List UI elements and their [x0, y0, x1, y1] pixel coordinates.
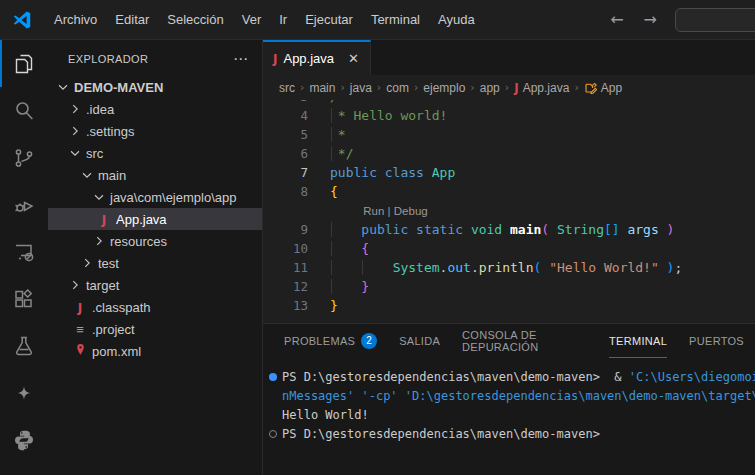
code-line-12: 12 }	[263, 277, 755, 296]
java-symbol-icon: J	[514, 81, 518, 95]
tree-item-app.java[interactable]: JApp.java	[48, 208, 262, 230]
tree-item-test[interactable]: test	[48, 252, 262, 274]
terminal-output[interactable]: PS D:\gestoresdependencias\maven\demo-ma…	[263, 358, 755, 475]
chevron-right-icon	[67, 277, 83, 293]
code-line-content: Run | Debug	[330, 205, 755, 217]
menu-item-editar[interactable]: Editar	[106, 8, 158, 31]
menu-item-terminal[interactable]: Terminal	[362, 8, 429, 31]
codelens-run-debug[interactable]: Run | Debug	[263, 201, 755, 220]
code-line-content: */	[330, 146, 755, 161]
vscode-window: ArchivoEditarSelecciónVerIrEjecutarTermi…	[0, 0, 755, 475]
source-control-icon[interactable]	[0, 134, 48, 181]
tree-item-java-com-ejemplo-app[interactable]: java\com\ejemplo\app	[48, 186, 262, 208]
breadcrumb-item-src[interactable]: src	[279, 81, 295, 95]
menu-item-archivo[interactable]: Archivo	[45, 8, 106, 31]
tree-item-label: test	[98, 256, 119, 271]
nav-forward-icon[interactable]: →	[634, 10, 667, 29]
line-number: 8	[263, 184, 330, 199]
line-number: 9	[263, 222, 330, 237]
extensions-icon[interactable]	[0, 275, 48, 322]
tree-item-.idea[interactable]: .idea	[48, 98, 262, 120]
code-line-11: 11 System.out.println( "Hello World!" );	[263, 258, 755, 277]
search-icon[interactable]	[0, 87, 48, 134]
tree-item-demo-maven[interactable]: DEMO-MAVEN	[48, 76, 262, 98]
breadcrumb-separator: ›	[465, 81, 479, 94]
menu-item-ejecutar[interactable]: Ejecutar	[296, 8, 362, 31]
breadcrumb-separator: ›	[409, 81, 423, 94]
tree-item-label: java\com\ejemplo\app	[110, 190, 236, 205]
code-line-13: 13}	[263, 296, 755, 315]
sparkle-icon[interactable]	[0, 369, 48, 416]
breadcrumb-item-java[interactable]: java	[350, 81, 372, 95]
editor-group: J App.java ✕ src›main›java›com›ejemplo›a…	[262, 40, 755, 475]
code-line-content: * Hello world!	[330, 108, 755, 123]
panel-tab-salida[interactable]: SALIDA	[399, 324, 440, 358]
java-file-icon: J	[72, 300, 88, 315]
code-line-content: }	[330, 298, 755, 313]
breadcrumb-item-main[interactable]: main	[309, 81, 335, 95]
tree-item-main[interactable]: main	[48, 164, 262, 186]
java-file-icon: J	[96, 212, 112, 227]
breadcrumb-item-ejemplo[interactable]: ejemplo	[423, 81, 465, 95]
tree-item-target[interactable]: target	[48, 274, 262, 296]
code-line-content: {	[330, 184, 755, 199]
vscode-logo-icon	[11, 9, 33, 31]
nav-back-icon[interactable]: ←	[600, 10, 633, 29]
tree-item-label: pom.xml	[92, 344, 141, 359]
tree-item-pom.xml[interactable]: pom.xml	[48, 340, 262, 362]
breadcrumb-separator: ›	[569, 81, 583, 94]
tree-item-resources[interactable]: resources	[48, 230, 262, 252]
tree-item-label: resources	[110, 234, 167, 249]
pin-file-icon	[72, 343, 88, 359]
breadcrumb-item-app[interactable]: app	[480, 81, 500, 95]
tree-item-label: main	[98, 168, 126, 183]
chevron-right-icon	[67, 101, 83, 117]
menubar: ArchivoEditarSelecciónVerIrEjecutarTermi…	[45, 8, 484, 31]
testing-beaker-icon[interactable]	[0, 322, 48, 369]
breadcrumb-label: ejemplo	[423, 81, 465, 95]
breadcrumb-separator: ›	[335, 81, 349, 94]
tree-item-label: .project	[92, 322, 135, 337]
python-icon[interactable]	[0, 416, 48, 463]
code-line-7: 7public class App	[263, 163, 755, 182]
menu-item-ver[interactable]: Ver	[233, 8, 271, 31]
panel-tab-problemas[interactable]: PROBLEMAS2	[284, 324, 377, 358]
panel-tab-terminal[interactable]: TERMINAL	[609, 324, 667, 358]
command-center-search[interactable]	[675, 8, 755, 32]
line-number: 7	[263, 165, 330, 180]
tab-app-java[interactable]: J App.java ✕	[263, 40, 371, 75]
panel-tab-puertos[interactable]: PUERTOS	[689, 324, 744, 358]
tree-item-.classpath[interactable]: J.classpath	[48, 296, 262, 318]
breadcrumb-item-com[interactable]: com	[386, 81, 409, 95]
breadcrumb-label: main	[309, 81, 335, 95]
line-number: 4	[263, 108, 330, 123]
explorer-icon[interactable]	[0, 40, 48, 87]
command-decoration-hollow-icon[interactable]	[269, 430, 277, 438]
terminal-line: PS D:\gestoresdependencias\maven\demo-ma…	[263, 367, 755, 386]
tab-label: App.java	[283, 51, 334, 66]
menu-item-ayuda[interactable]: Ayuda	[429, 8, 484, 31]
code-line-5: 5 *	[263, 125, 755, 144]
remote-explorer-icon[interactable]	[0, 228, 48, 275]
terminal-line: nMessages' '-cp' 'D:\gestoresdependencia…	[263, 386, 755, 405]
breadcrumb-label: App.java	[523, 81, 570, 95]
tree-item-src[interactable]: src	[48, 142, 262, 164]
tab-close-icon[interactable]: ✕	[345, 50, 362, 67]
breadcrumb-item-app.java[interactable]: JApp.java	[514, 81, 569, 95]
breadcrumb-label: app	[480, 81, 500, 95]
menu-item-ir[interactable]: Ir	[270, 8, 296, 31]
code-editor[interactable]: 3/**4 * Hello world!5 *6 */7public class…	[263, 100, 755, 323]
titlebar-navigation: ← →	[600, 8, 755, 32]
breadcrumb-item-app[interactable]: App	[584, 81, 622, 95]
indent-guide	[331, 260, 332, 275]
more-actions-icon[interactable]: ⋯	[229, 50, 252, 68]
list-file-icon: ≡	[72, 322, 88, 337]
code-line-9: 9 public static void main( String[] args…	[263, 220, 755, 239]
tree-item-.settings[interactable]: .settings	[48, 120, 262, 142]
editor-tabbar: J App.java ✕	[263, 40, 755, 75]
panel-tab-consola-de-depuraci-n[interactable]: CONSOLA DE DEPURACIÓN	[462, 324, 587, 358]
menu-item-selección[interactable]: Selección	[158, 8, 232, 31]
tree-item-.project[interactable]: ≡.project	[48, 318, 262, 340]
run-and-debug-icon[interactable]	[0, 181, 48, 228]
command-decoration-filled-icon[interactable]	[269, 373, 277, 381]
